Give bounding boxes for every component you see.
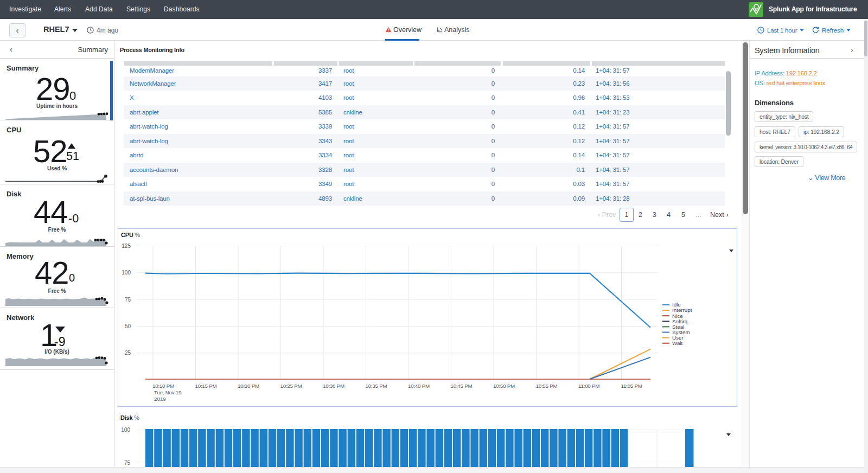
svg-text:10:50 PM: 10:50 PM bbox=[493, 383, 515, 389]
svg-text:10:10 PM: 10:10 PM bbox=[152, 383, 174, 389]
svg-text:100: 100 bbox=[122, 270, 131, 276]
svg-text:Wait: Wait bbox=[672, 340, 683, 346]
svg-text:125: 125 bbox=[122, 243, 131, 249]
svg-text:25: 25 bbox=[125, 350, 131, 356]
svg-text:11:05 PM: 11:05 PM bbox=[621, 383, 642, 389]
svg-text:50: 50 bbox=[125, 323, 131, 329]
svg-text:10:35 PM: 10:35 PM bbox=[366, 383, 387, 389]
svg-text:75: 75 bbox=[125, 297, 131, 303]
svg-text:2019: 2019 bbox=[154, 396, 166, 402]
svg-text:10:40 PM: 10:40 PM bbox=[408, 383, 430, 389]
svg-text:Tue, Nov 19: Tue, Nov 19 bbox=[154, 389, 181, 395]
svg-text:10:45 PM: 10:45 PM bbox=[451, 383, 473, 389]
svg-text:10:30 PM: 10:30 PM bbox=[323, 383, 344, 389]
svg-text:10:55 PM: 10:55 PM bbox=[536, 383, 558, 389]
svg-text:11:00 PM: 11:00 PM bbox=[578, 383, 599, 389]
svg-text:100: 100 bbox=[121, 427, 130, 433]
svg-text:10:15 PM: 10:15 PM bbox=[195, 383, 217, 389]
svg-text:10:20 PM: 10:20 PM bbox=[238, 383, 259, 389]
svg-text:10:25 PM: 10:25 PM bbox=[280, 383, 302, 389]
svg-text:75: 75 bbox=[124, 460, 131, 466]
